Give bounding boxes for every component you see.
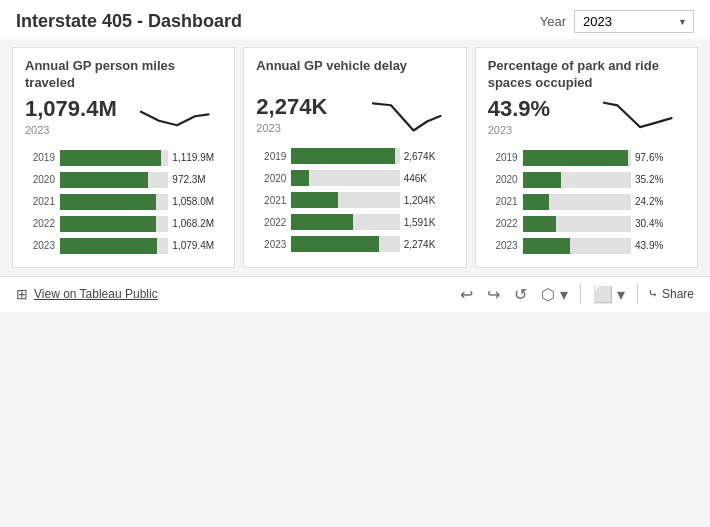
panel-title-park-ride: Percentage of park and ride spaces occup… [488, 58, 685, 92]
footer-left: ⊞ View on Tableau Public [16, 286, 158, 302]
bar-fill [60, 194, 156, 210]
bar-row: 20192,674K [256, 147, 453, 165]
bar-year-label: 2020 [488, 174, 518, 185]
bar-year-label: 2023 [488, 240, 518, 251]
bar-row: 20211,058.0M [25, 193, 222, 211]
year-select[interactable]: 2023 2022 2021 2020 2019 [574, 10, 694, 33]
bar-year-label: 2019 [256, 151, 286, 162]
sparkline-park-ride [595, 96, 685, 141]
bar-row: 202230.4% [488, 215, 685, 233]
bar-track [291, 148, 399, 164]
footer: ⊞ View on Tableau Public ↩ ↪ ↺ ⬡ ▾ ⬜ ▾ ⤷… [0, 276, 710, 312]
bar-row: 20221,591K [256, 213, 453, 231]
bar-fill [291, 148, 394, 164]
metric-value-vehicle-delay: 2,274K [256, 94, 327, 120]
bar-section-park-ride: 201997.6%202035.2%202124.2%202230.4%2023… [488, 149, 685, 255]
metric-year-gp-miles: 2023 [25, 124, 117, 136]
bar-row: 202035.2% [488, 171, 685, 189]
bar-track [60, 216, 168, 232]
panel-gp-miles: Annual GP person miles traveled1,079.4M2… [12, 47, 235, 268]
bar-value-label: 1,058.0M [172, 196, 222, 207]
tableau-icon: ⊞ [16, 286, 28, 302]
bar-row: 20211,204K [256, 191, 453, 209]
bar-fill [291, 214, 353, 230]
bar-row: 20232,274K [256, 235, 453, 253]
footer-controls: ↩ ↪ ↺ ⬡ ▾ ⬜ ▾ ⤷ Share [458, 283, 694, 306]
year-filter-label: Year [540, 14, 566, 29]
bar-row: 202343.9% [488, 237, 685, 255]
bar-year-label: 2020 [256, 173, 286, 184]
bar-fill [523, 172, 561, 188]
bar-value-label: 1,591K [404, 217, 454, 228]
bar-fill [60, 238, 157, 254]
bar-year-label: 2021 [488, 196, 518, 207]
bar-year-label: 2020 [25, 174, 55, 185]
bar-fill [523, 150, 629, 166]
bar-track [523, 194, 631, 210]
bar-track [291, 236, 399, 252]
redo-button[interactable]: ↪ [485, 283, 502, 306]
bar-fill [523, 194, 549, 210]
sparkline-gp-miles [132, 96, 222, 141]
bar-row: 202124.2% [488, 193, 685, 211]
bar-track [60, 238, 168, 254]
bar-year-label: 2021 [256, 195, 286, 206]
bar-track [60, 150, 168, 166]
bar-year-label: 2022 [256, 217, 286, 228]
bar-row: 20231,079.4M [25, 237, 222, 255]
metric-row-gp-miles: 1,079.4M2023 [25, 96, 222, 141]
page-title: Interstate 405 - Dashboard [16, 11, 242, 32]
bar-section-gp-miles: 20191,119.9M2020972.3M20211,058.0M20221,… [25, 149, 222, 255]
bar-value-label: 24.2% [635, 196, 685, 207]
sparkline-vehicle-delay [364, 94, 454, 139]
bar-row: 20221,068.2M [25, 215, 222, 233]
metric-row-vehicle-delay: 2,274K2023 [256, 94, 453, 139]
bar-track [291, 170, 399, 186]
reset-button[interactable]: ↺ [512, 283, 529, 306]
bar-value-label: 97.6% [635, 152, 685, 163]
bar-fill [60, 172, 148, 188]
footer-divider [580, 284, 581, 304]
footer-divider2 [637, 284, 638, 304]
bar-fill [291, 192, 338, 208]
bar-year-label: 2022 [25, 218, 55, 229]
bar-year-label: 2023 [25, 240, 55, 251]
metric-value-park-ride: 43.9% [488, 96, 550, 122]
bar-value-label: 2,674K [404, 151, 454, 162]
bar-year-label: 2022 [488, 218, 518, 229]
metric-row-park-ride: 43.9%2023 [488, 96, 685, 141]
panel-title-gp-miles: Annual GP person miles traveled [25, 58, 222, 92]
bar-track [60, 172, 168, 188]
bar-track [60, 194, 168, 210]
bar-row: 2020972.3M [25, 171, 222, 189]
undo-button[interactable]: ↩ [458, 283, 475, 306]
panel-vehicle-delay: Annual GP vehicle delay2,274K2023 20192,… [243, 47, 466, 268]
share-button[interactable]: ⤷ Share [648, 287, 694, 301]
bar-row: 201997.6% [488, 149, 685, 167]
bar-year-label: 2019 [25, 152, 55, 163]
bar-track [523, 238, 631, 254]
metric-year-vehicle-delay: 2023 [256, 122, 327, 134]
panel-title-vehicle-delay: Annual GP vehicle delay [256, 58, 453, 90]
bar-fill [60, 216, 156, 232]
bar-track [523, 216, 631, 232]
bar-value-label: 972.3M [172, 174, 222, 185]
bar-value-label: 2,274K [404, 239, 454, 250]
metric-year-park-ride: 2023 [488, 124, 550, 136]
bar-fill [291, 170, 308, 186]
header: Interstate 405 - Dashboard Year 2023 202… [0, 0, 710, 39]
export-button[interactable]: ⬡ ▾ [539, 283, 569, 306]
bar-value-label: 30.4% [635, 218, 685, 229]
bar-year-label: 2019 [488, 152, 518, 163]
bar-fill [291, 236, 379, 252]
metric-value-gp-miles: 1,079.4M [25, 96, 117, 122]
tableau-link[interactable]: View on Tableau Public [34, 287, 158, 301]
dashboard: Annual GP person miles traveled1,079.4M2… [0, 39, 710, 268]
bar-value-label: 1,204K [404, 195, 454, 206]
bar-value-label: 1,119.9M [172, 152, 222, 163]
bar-fill [523, 238, 571, 254]
bar-year-label: 2021 [25, 196, 55, 207]
share-label: Share [662, 287, 694, 301]
embed-button[interactable]: ⬜ ▾ [591, 283, 627, 306]
bar-section-vehicle-delay: 20192,674K2020446K20211,204K20221,591K20… [256, 147, 453, 253]
